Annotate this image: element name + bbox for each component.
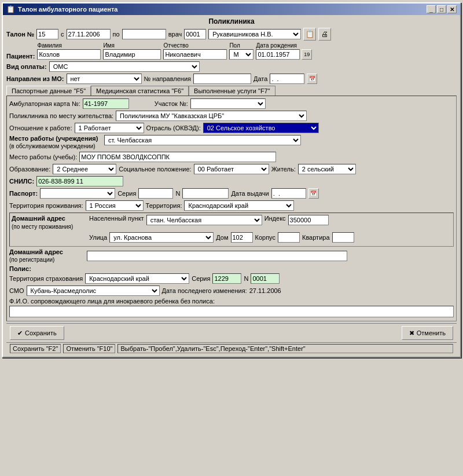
- nasel-punkt-label: Населенный пункт: [89, 215, 144, 222]
- mesto-raboty-select[interactable]: ст. Челбасская: [104, 135, 301, 145]
- mesto-raboty-label: Место работы (учреждения): [9, 135, 98, 142]
- polis-label: Полис:: [9, 265, 31, 272]
- print-icon[interactable]: 🖨: [318, 28, 331, 41]
- domashniy-adres2-row: Домашний адрес (по регистрации): [9, 248, 454, 263]
- kvartira-input[interactable]: [332, 232, 354, 243]
- tab-services[interactable]: Выполненные услуги "F7": [189, 86, 275, 96]
- domashniy-adres-label: Домашний адрес: [12, 215, 65, 222]
- seriya-label: Серия: [117, 190, 136, 197]
- territoriya-select[interactable]: Краснодарский край: [184, 200, 294, 211]
- form-title: Поликлиника: [6, 17, 457, 25]
- data-vydachi-input[interactable]: [271, 188, 306, 199]
- otnoshenie-select[interactable]: 1 Работает: [75, 123, 144, 133]
- vid-oplaty-row: Вид оплаты: ОМС: [6, 61, 457, 72]
- pasport-seriya-input[interactable]: [138, 188, 173, 199]
- main-window: 📋 Талон амбулаторного пациента _ □ ✕ Пол…: [2, 2, 461, 358]
- pol-select[interactable]: М: [229, 49, 253, 60]
- dom-input[interactable]: [231, 232, 253, 243]
- vid-oplaty-select[interactable]: ОМС: [49, 61, 200, 72]
- talon-date-to-input[interactable]: [122, 29, 166, 39]
- patient-row: Пациент: Фамилия Имя Отчество Пол М Дата…: [6, 42, 457, 60]
- dom-label: Дом: [216, 234, 228, 241]
- ulitsa-select[interactable]: ул. Краснова: [109, 232, 214, 243]
- poliklinika-row: Поликлиника по месту жительства: Поликли…: [9, 111, 454, 121]
- status-hint: Выбрать-"Пробел",Удалить-"Esc",Переход-"…: [117, 344, 453, 353]
- dob-label: Дата рождения: [256, 42, 312, 49]
- seriya-polis-input[interactable]: [212, 273, 241, 284]
- obrazovanie-select[interactable]: 2 Среднее: [53, 164, 116, 174]
- nomer-napravleniya-label: № направления: [144, 75, 192, 82]
- obrazovanie-label: Образование:: [9, 166, 50, 173]
- imya-input[interactable]: [103, 49, 161, 60]
- pasport-n-input[interactable]: [182, 188, 229, 199]
- save-button[interactable]: ✔ Сохранить: [10, 326, 64, 340]
- ulitsa-row: Улица ул. Краснова Дом Корпус Квартира: [12, 232, 451, 243]
- pol-label: Пол: [229, 42, 253, 49]
- data-napravleniya-calendar-btn[interactable]: 📅: [307, 74, 317, 84]
- territoriya-strakh-row: Территория страхования Краснодарский кра…: [9, 273, 454, 284]
- soc-polozhenie-select[interactable]: 00 Работает: [194, 164, 269, 174]
- poliklinika-select[interactable]: Поликлиника МУ "Кавказская ЦРБ": [116, 111, 307, 121]
- window-icon: 📋: [6, 5, 15, 13]
- kvartira-label: Квартира: [302, 234, 330, 241]
- data-izm-value: 27.11.2006: [249, 287, 281, 294]
- napravlen-row: Направлен из МО: нет № направления Дата …: [6, 74, 457, 84]
- title-bar: 📋 Талон амбулаторного пациента _ □ ✕: [3, 3, 460, 15]
- uchastok-select[interactable]: [190, 98, 266, 109]
- n-polis-input[interactable]: [251, 273, 280, 284]
- close-button[interactable]: ✕: [447, 5, 457, 13]
- obrazovanie-row: Образование: 2 Среднее Социальное положе…: [9, 164, 454, 174]
- mesto-ucheby-input[interactable]: [79, 152, 276, 162]
- vrach-code-input[interactable]: [184, 29, 206, 39]
- s-label: с: [61, 31, 64, 38]
- territoriya-prozhivaniya-select[interactable]: 1 Россия: [86, 200, 144, 211]
- minimize-button[interactable]: _: [427, 5, 436, 13]
- smo-select[interactable]: Кубань-Красмедполис: [27, 285, 160, 296]
- smo-row: СМО Кубань-Красмедполис Дата последнего …: [9, 285, 454, 296]
- dob-input[interactable]: [256, 49, 300, 60]
- fio-soprov-input[interactable]: [9, 306, 454, 317]
- talon-date-input[interactable]: [67, 29, 111, 39]
- cancel-button[interactable]: ✖ Отменить: [402, 326, 453, 340]
- talon-row: Талон № с по врач Рукавишникова Н.В. 📋 🖨: [6, 28, 457, 41]
- nasel-punkt-select[interactable]: стан. Челбасская: [146, 215, 262, 225]
- status-f10[interactable]: Отменить "F10": [63, 344, 115, 353]
- status-bar: Сохранить "F2" Отменить "F10" Выбрать-"П…: [6, 342, 457, 354]
- napravlen-select[interactable]: нет: [67, 74, 142, 84]
- snils-input[interactable]: [36, 176, 123, 186]
- korpus-input[interactable]: [278, 232, 300, 243]
- data-vydachi-calendar-btn[interactable]: 📅: [308, 188, 319, 199]
- form-content: Поликлиника Талон № с по врач Рукавишник…: [3, 15, 460, 357]
- bottom-bar: ✔ Сохранить ✖ Отменить: [6, 323, 457, 342]
- talon-number-input[interactable]: [36, 29, 58, 39]
- copy-icon[interactable]: 📋: [303, 28, 316, 41]
- pasport-label: Паспорт:: [9, 190, 38, 197]
- maximize-button[interactable]: □: [437, 5, 446, 13]
- ulitsa-label: Улица: [89, 234, 107, 241]
- indeks-input[interactable]: [288, 215, 329, 225]
- otchestvo-input[interactable]: [163, 49, 227, 60]
- domashniy-adres-box: Домашний адрес (по месту проживания) Нас…: [9, 213, 454, 246]
- status-f2[interactable]: Сохранить "F2": [10, 344, 61, 353]
- dob-calendar-btn[interactable]: 19: [302, 49, 312, 60]
- otrasl-select[interactable]: 02 Сельское хозяйство: [203, 123, 319, 133]
- tab-pasport[interactable]: Паспортные данные "F5": [6, 86, 91, 96]
- nomer-napravleniya-input[interactable]: [193, 74, 251, 84]
- domashniy-adres2-input[interactable]: [87, 251, 347, 261]
- patient-label: Пациент:: [6, 53, 35, 60]
- data-napravleniya-label: Дата: [253, 75, 267, 82]
- data-napravleniya-input[interactable]: [270, 74, 304, 84]
- territoriya-strakh-select[interactable]: Краснодарский край: [85, 273, 189, 284]
- tab-pasport-content: Амбулаторная карта №: Участок №: Поликли…: [6, 96, 457, 321]
- familiya-input[interactable]: [37, 49, 101, 60]
- pasport-type-select[interactable]: [40, 188, 115, 199]
- tab-med-stat[interactable]: Медицинская статистика "F6": [91, 86, 189, 96]
- korpus-label: Корпус: [255, 234, 275, 241]
- soc-polozhenie-label: Социальное положение:: [119, 166, 191, 173]
- zhitel-select[interactable]: 2 сельский: [298, 164, 356, 174]
- cancel-label: Отменить: [417, 329, 446, 336]
- otnoshenie-label: Отношение к работе:: [9, 125, 72, 131]
- vrach-select[interactable]: Рукавишникова Н.В.: [208, 29, 301, 39]
- domashniy-adres-sub: (по месту проживания): [12, 224, 73, 230]
- amb-karta-input[interactable]: [83, 98, 129, 109]
